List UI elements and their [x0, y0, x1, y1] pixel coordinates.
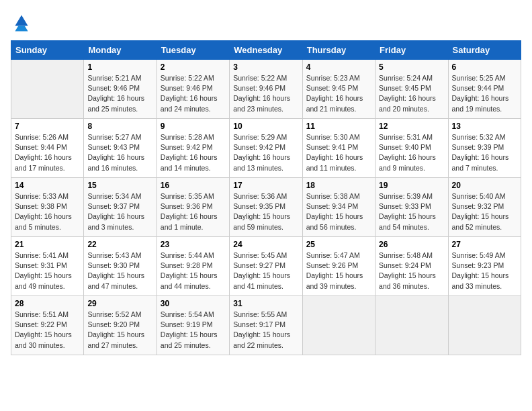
calendar-cell: 7Sunrise: 5:26 AMSunset: 9:44 PMDaylight… — [11, 119, 84, 178]
day-number: 6 — [452, 62, 517, 72]
day-info: Sunrise: 5:27 AMSunset: 9:43 PMDaylight:… — [87, 132, 152, 173]
day-number: 16 — [161, 181, 226, 190]
weekday-header-monday: Monday — [84, 41, 157, 60]
day-info: Sunrise: 5:22 AMSunset: 9:46 PMDaylight:… — [161, 73, 226, 114]
day-number: 22 — [87, 240, 152, 249]
weekday-header-wednesday: Wednesday — [230, 41, 302, 60]
day-info: Sunrise: 5:31 AMSunset: 9:40 PMDaylight:… — [379, 132, 444, 173]
day-info: Sunrise: 5:28 AMSunset: 9:42 PMDaylight:… — [161, 132, 226, 173]
day-info: Sunrise: 5:55 AMSunset: 9:17 PMDaylight:… — [233, 310, 298, 351]
day-info: Sunrise: 5:34 AMSunset: 9:37 PMDaylight:… — [87, 191, 152, 232]
day-number: 28 — [15, 299, 80, 308]
day-number: 17 — [233, 181, 298, 190]
calendar-cell: 5Sunrise: 5:24 AMSunset: 9:45 PMDaylight… — [375, 60, 448, 119]
weekday-header-thursday: Thursday — [302, 41, 375, 60]
svg-marker-0 — [15, 15, 28, 26]
calendar-cell: 14Sunrise: 5:33 AMSunset: 9:38 PMDayligh… — [11, 178, 84, 237]
day-number: 12 — [379, 122, 444, 131]
day-number: 20 — [452, 181, 517, 190]
day-number: 26 — [379, 240, 444, 249]
calendar-cell: 23Sunrise: 5:44 AMSunset: 9:28 PMDayligh… — [157, 237, 229, 296]
logo — [11, 11, 36, 32]
day-number: 4 — [306, 62, 371, 72]
day-number: 21 — [15, 240, 80, 249]
day-info: Sunrise: 5:21 AMSunset: 9:46 PMDaylight:… — [87, 73, 152, 114]
calendar-cell — [11, 60, 84, 119]
day-info: Sunrise: 5:36 AMSunset: 9:35 PMDaylight:… — [233, 191, 298, 232]
day-number: 14 — [15, 181, 80, 190]
day-info: Sunrise: 5:40 AMSunset: 9:32 PMDaylight:… — [452, 191, 517, 232]
day-info: Sunrise: 5:35 AMSunset: 9:36 PMDaylight:… — [161, 191, 226, 232]
calendar-cell: 9Sunrise: 5:28 AMSunset: 9:42 PMDaylight… — [157, 119, 229, 178]
calendar-cell: 12Sunrise: 5:31 AMSunset: 9:40 PMDayligh… — [375, 119, 448, 178]
day-number: 27 — [452, 240, 517, 249]
day-number: 8 — [87, 122, 152, 131]
calendar-cell — [375, 296, 448, 355]
day-info: Sunrise: 5:22 AMSunset: 9:46 PMDaylight:… — [233, 73, 298, 114]
calendar-cell: 6Sunrise: 5:25 AMSunset: 9:44 PMDaylight… — [448, 60, 521, 119]
calendar-cell: 1Sunrise: 5:21 AMSunset: 9:46 PMDaylight… — [84, 60, 157, 119]
calendar-cell: 15Sunrise: 5:34 AMSunset: 9:37 PMDayligh… — [84, 178, 157, 237]
calendar-cell: 24Sunrise: 5:45 AMSunset: 9:27 PMDayligh… — [230, 237, 302, 296]
day-info: Sunrise: 5:52 AMSunset: 9:20 PMDaylight:… — [87, 310, 152, 351]
weekday-header-friday: Friday — [375, 41, 448, 60]
calendar-cell: 17Sunrise: 5:36 AMSunset: 9:35 PMDayligh… — [230, 178, 302, 237]
page-header — [11, 11, 521, 32]
day-info: Sunrise: 5:39 AMSunset: 9:33 PMDaylight:… — [379, 191, 444, 232]
day-number: 7 — [15, 122, 80, 131]
calendar-cell: 31Sunrise: 5:55 AMSunset: 9:17 PMDayligh… — [230, 296, 302, 355]
day-info: Sunrise: 5:24 AMSunset: 9:45 PMDaylight:… — [379, 73, 444, 114]
day-info: Sunrise: 5:25 AMSunset: 9:44 PMDaylight:… — [452, 73, 517, 114]
day-number: 23 — [161, 240, 226, 249]
calendar-table: SundayMondayTuesdayWednesdayThursdayFrid… — [11, 40, 521, 355]
day-info: Sunrise: 5:45 AMSunset: 9:27 PMDaylight:… — [233, 250, 298, 291]
calendar-cell: 20Sunrise: 5:40 AMSunset: 9:32 PMDayligh… — [448, 178, 521, 237]
calendar-cell: 16Sunrise: 5:35 AMSunset: 9:36 PMDayligh… — [157, 178, 229, 237]
calendar-cell: 2Sunrise: 5:22 AMSunset: 9:46 PMDaylight… — [157, 60, 229, 119]
day-info: Sunrise: 5:33 AMSunset: 9:38 PMDaylight:… — [15, 191, 80, 232]
weekday-header-tuesday: Tuesday — [157, 41, 229, 60]
day-number: 18 — [306, 181, 371, 190]
day-number: 1 — [87, 62, 152, 72]
day-info: Sunrise: 5:54 AMSunset: 9:19 PMDaylight:… — [161, 310, 226, 351]
day-info: Sunrise: 5:44 AMSunset: 9:28 PMDaylight:… — [161, 250, 226, 291]
day-number: 19 — [379, 181, 444, 190]
week-row-2: 7Sunrise: 5:26 AMSunset: 9:44 PMDaylight… — [11, 119, 521, 178]
weekday-header-row: SundayMondayTuesdayWednesdayThursdayFrid… — [11, 41, 521, 60]
day-number: 13 — [452, 122, 517, 131]
day-number: 9 — [161, 122, 226, 131]
day-info: Sunrise: 5:26 AMSunset: 9:44 PMDaylight:… — [15, 132, 80, 173]
calendar-cell: 21Sunrise: 5:41 AMSunset: 9:31 PMDayligh… — [11, 237, 84, 296]
week-row-1: 1Sunrise: 5:21 AMSunset: 9:46 PMDaylight… — [11, 60, 521, 119]
calendar-cell: 11Sunrise: 5:30 AMSunset: 9:41 PMDayligh… — [302, 119, 375, 178]
day-number: 31 — [233, 299, 298, 308]
calendar-cell — [448, 296, 521, 355]
weekday-header-sunday: Sunday — [11, 41, 84, 60]
calendar-cell: 10Sunrise: 5:29 AMSunset: 9:42 PMDayligh… — [230, 119, 302, 178]
week-row-4: 21Sunrise: 5:41 AMSunset: 9:31 PMDayligh… — [11, 237, 521, 296]
day-info: Sunrise: 5:32 AMSunset: 9:39 PMDaylight:… — [452, 132, 517, 173]
day-number: 25 — [306, 240, 371, 249]
day-info: Sunrise: 5:30 AMSunset: 9:41 PMDaylight:… — [306, 132, 371, 173]
day-number: 29 — [87, 299, 152, 308]
calendar-cell: 8Sunrise: 5:27 AMSunset: 9:43 PMDaylight… — [84, 119, 157, 178]
day-number: 10 — [233, 122, 298, 131]
logo-icon — [11, 11, 32, 32]
calendar-cell: 19Sunrise: 5:39 AMSunset: 9:33 PMDayligh… — [375, 178, 448, 237]
day-number: 30 — [161, 299, 226, 308]
calendar-cell: 3Sunrise: 5:22 AMSunset: 9:46 PMDaylight… — [230, 60, 302, 119]
day-info: Sunrise: 5:29 AMSunset: 9:42 PMDaylight:… — [233, 132, 298, 173]
weekday-header-saturday: Saturday — [448, 41, 521, 60]
calendar-cell: 29Sunrise: 5:52 AMSunset: 9:20 PMDayligh… — [84, 296, 157, 355]
week-row-5: 28Sunrise: 5:51 AMSunset: 9:22 PMDayligh… — [11, 296, 521, 355]
calendar-cell: 18Sunrise: 5:38 AMSunset: 9:34 PMDayligh… — [302, 178, 375, 237]
day-info: Sunrise: 5:49 AMSunset: 9:23 PMDaylight:… — [452, 250, 517, 291]
day-info: Sunrise: 5:38 AMSunset: 9:34 PMDaylight:… — [306, 191, 371, 232]
day-number: 11 — [306, 122, 371, 131]
calendar-cell: 22Sunrise: 5:43 AMSunset: 9:30 PMDayligh… — [84, 237, 157, 296]
calendar-cell: 28Sunrise: 5:51 AMSunset: 9:22 PMDayligh… — [11, 296, 84, 355]
calendar-cell — [302, 296, 375, 355]
calendar-cell: 4Sunrise: 5:23 AMSunset: 9:45 PMDaylight… — [302, 60, 375, 119]
calendar-cell: 26Sunrise: 5:48 AMSunset: 9:24 PMDayligh… — [375, 237, 448, 296]
calendar-cell: 25Sunrise: 5:47 AMSunset: 9:26 PMDayligh… — [302, 237, 375, 296]
